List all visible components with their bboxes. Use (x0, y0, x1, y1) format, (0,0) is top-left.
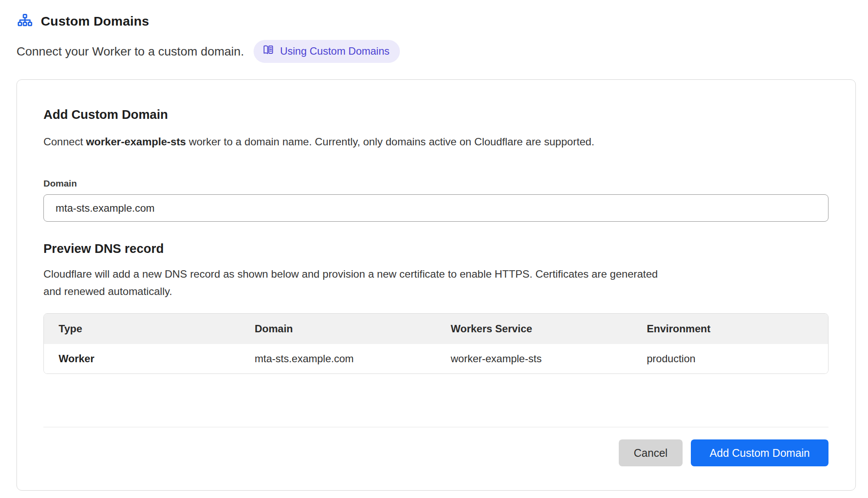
add-custom-domain-card: Add Custom Domain Connect worker-example… (17, 79, 856, 491)
worker-name: worker-example-sts (86, 136, 186, 147)
column-header-environment: Environment (632, 323, 828, 335)
docs-link-label: Using Custom Domains (280, 45, 389, 57)
domain-field-label: Domain (43, 178, 828, 189)
domain-input[interactable] (43, 194, 828, 222)
page-title: Custom Domains (41, 14, 149, 29)
dns-preview-table: Type Domain Workers Service Environment … (43, 313, 828, 374)
cell-domain: mta-sts.example.com (240, 353, 436, 365)
open-book-icon (262, 44, 274, 59)
table-header-row: Type Domain Workers Service Environment (44, 314, 828, 344)
column-header-type: Type (44, 323, 240, 335)
add-custom-domain-button[interactable]: Add Custom Domain (691, 439, 828, 466)
intro-text: Connect worker-example-sts worker to a d… (43, 136, 828, 148)
preview-dns-heading: Preview DNS record (43, 242, 828, 256)
column-header-workers-service: Workers Service (436, 323, 632, 335)
cell-workers-service: worker-example-sts (436, 353, 632, 365)
column-header-domain: Domain (240, 323, 436, 335)
footer-divider (43, 427, 828, 427)
intro-prefix: Connect (43, 136, 86, 147)
page-header: Custom Domains (17, 13, 851, 29)
cancel-button[interactable]: Cancel (619, 439, 683, 466)
page-subtitle: Connect your Worker to a custom domain. (17, 45, 244, 59)
cell-type: Worker (44, 353, 240, 365)
preview-dns-description: Cloudflare will add a new DNS record as … (43, 265, 673, 300)
cell-environment: production (632, 353, 828, 365)
docs-link-badge[interactable]: Using Custom Domains (254, 40, 400, 63)
sitemap-icon (17, 13, 33, 29)
action-buttons: Cancel Add Custom Domain (43, 439, 828, 466)
intro-suffix: worker to a domain name. Currently, only… (186, 136, 594, 147)
subtitle-row: Connect your Worker to a custom domain. … (17, 40, 851, 63)
card-heading: Add Custom Domain (43, 108, 828, 122)
table-row: Worker mta-sts.example.com worker-exampl… (44, 344, 828, 374)
custom-domains-page: Custom Domains Connect your Worker to a … (0, 0, 868, 491)
